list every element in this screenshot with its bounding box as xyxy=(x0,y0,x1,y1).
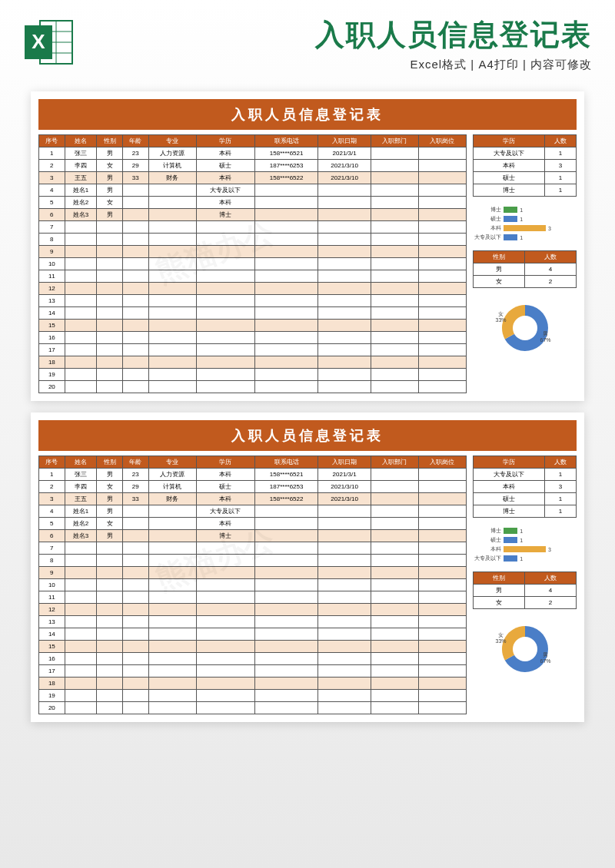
table-cell xyxy=(148,381,196,393)
table-row: 20 xyxy=(39,702,467,714)
table-cell xyxy=(122,307,148,320)
table-cell xyxy=(371,172,418,184)
table-header: 年龄 xyxy=(122,135,148,147)
table-row: 10 xyxy=(39,258,467,270)
table-cell xyxy=(97,246,123,258)
table-cell: 计算机 xyxy=(148,160,196,172)
table-row: 14 xyxy=(39,307,467,320)
table-cell xyxy=(418,283,466,295)
table-cell xyxy=(196,555,254,567)
table-cell xyxy=(371,147,418,160)
table-cell xyxy=(65,579,97,591)
table-cell xyxy=(418,147,466,160)
bar-value: 1 xyxy=(520,235,523,240)
table-cell xyxy=(122,381,148,393)
table-cell xyxy=(196,641,254,653)
table-cell: 硕士 xyxy=(196,160,254,172)
table-cell xyxy=(254,530,318,542)
table-cell: 硕士 xyxy=(474,493,545,505)
table-cell: 2021/3/10 xyxy=(318,493,371,505)
table-cell xyxy=(196,381,254,393)
table-cell: 本科 xyxy=(196,197,254,209)
table-row: 硕士1 xyxy=(474,493,577,505)
table-cell xyxy=(97,641,123,653)
table-cell xyxy=(97,591,123,604)
table-cell xyxy=(254,616,318,628)
table-cell xyxy=(254,221,318,234)
table-cell: 10 xyxy=(39,258,65,270)
table-cell: 男 xyxy=(97,493,123,505)
table-cell xyxy=(148,221,196,234)
table-cell xyxy=(65,356,97,369)
table-header: 学历 xyxy=(196,456,254,469)
table-cell xyxy=(196,246,254,258)
table-cell xyxy=(148,246,196,258)
table-cell: 3 xyxy=(39,493,65,505)
table-cell xyxy=(371,246,418,258)
table-cell xyxy=(254,332,318,344)
table-cell: 33 xyxy=(122,493,148,505)
table-cell xyxy=(122,530,148,542)
table-row: 9 xyxy=(39,246,467,258)
table-cell xyxy=(254,307,318,320)
table-row: 8 xyxy=(39,234,467,246)
table-cell xyxy=(371,702,418,714)
table-cell: 2 xyxy=(525,276,577,288)
table-cell xyxy=(65,702,97,714)
table-cell xyxy=(65,690,97,702)
table-cell xyxy=(318,197,371,209)
table-cell xyxy=(65,641,97,653)
bar-label: 本科 xyxy=(474,545,501,553)
table-cell xyxy=(418,628,466,641)
table-cell xyxy=(97,295,123,307)
table-cell xyxy=(371,604,418,616)
table-cell xyxy=(371,234,418,246)
table-cell xyxy=(97,653,123,665)
table-cell xyxy=(122,690,148,702)
table-cell xyxy=(148,258,196,270)
table-cell xyxy=(418,665,466,678)
table-cell: 18 xyxy=(39,356,65,369)
svg-point-7 xyxy=(513,316,537,340)
table-cell xyxy=(148,665,196,678)
table-cell xyxy=(418,493,466,505)
table-cell xyxy=(371,320,418,332)
table-cell: 财务 xyxy=(148,493,196,505)
table-cell xyxy=(65,332,97,344)
table-cell xyxy=(65,555,97,567)
table-cell: 本科 xyxy=(196,469,254,481)
table-cell: 姓名1 xyxy=(65,184,97,197)
table-cell xyxy=(418,258,466,270)
table-cell: 张三 xyxy=(65,469,97,481)
table-row: 5姓名2女本科 xyxy=(39,197,467,209)
table-row: 2李四女29计算机硕士187****62532021/3/10 xyxy=(39,481,467,493)
table-cell xyxy=(371,530,418,542)
bar-label: 本科 xyxy=(474,224,501,232)
spreadsheet-preview: 入职人员信息登记表序号姓名性别年龄专业学历联系电话入职日期入职部门入职岗位1张三… xyxy=(31,412,584,722)
table-row: 19 xyxy=(39,369,467,381)
table-row: 3王五男33财务本科158****65222021/3/10 xyxy=(39,493,467,505)
table-row: 13 xyxy=(39,295,467,307)
table-cell xyxy=(371,542,418,555)
table-cell xyxy=(65,234,97,246)
table-cell xyxy=(371,221,418,234)
education-bar-chart: 博士1硕士1本科3大专及以下1 xyxy=(473,522,577,567)
table-cell xyxy=(122,678,148,690)
table-cell xyxy=(196,221,254,234)
table-row: 女2 xyxy=(474,276,577,288)
table-cell: 2 xyxy=(39,160,65,172)
table-cell xyxy=(97,344,123,356)
table-cell: 23 xyxy=(122,469,148,481)
table-cell xyxy=(318,665,371,678)
table-cell xyxy=(371,184,418,197)
table-cell: 2 xyxy=(39,481,65,493)
table-cell: 12 xyxy=(39,604,65,616)
table-row: 18 xyxy=(39,356,467,369)
table-cell: 博士 xyxy=(474,184,545,197)
table-cell: 17 xyxy=(39,344,65,356)
table-cell xyxy=(97,258,123,270)
table-row: 女2 xyxy=(474,597,577,609)
table-row: 6姓名3男博士 xyxy=(39,209,467,221)
table-row: 16 xyxy=(39,332,467,344)
table-cell xyxy=(65,616,97,628)
